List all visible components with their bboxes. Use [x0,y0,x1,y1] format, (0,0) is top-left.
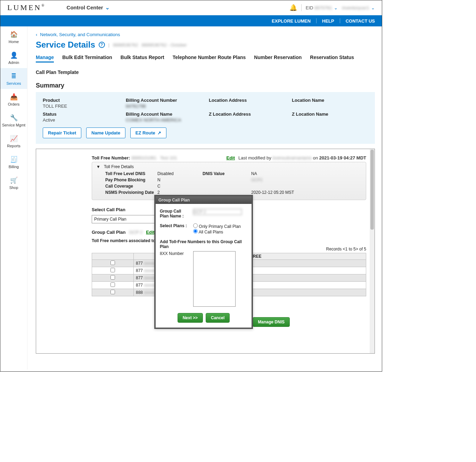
logo: LUMEN® [7,3,46,12]
collapse-toggle-icon[interactable]: ▼ [96,164,100,169]
nav-icon: 🛒 [2,176,26,184]
user-dropdown[interactable]: inventoryusr1 ⌄ [342,5,375,10]
nav-icon: 📥 [2,93,26,101]
tab-manage[interactable]: Manage [36,55,54,63]
tab-reservation-status[interactable]: Reservation Status [310,55,354,63]
only-primary-radio[interactable]: Only Primary Call Plan [193,223,241,229]
8xx-number-label: 8XX Number [160,251,190,307]
repair-ticket-button[interactable]: Repair Ticket [43,127,81,138]
page-meta: 8889536762 [113,42,138,48]
summary-title: Summary [36,82,375,89]
help-icon[interactable]: ? [99,42,105,48]
sidebar-item-orders[interactable]: 📥Orders [0,89,27,110]
toll-free-number-label: Toll Free Number: [92,155,130,160]
ez-route-button[interactable]: EZ Route↗ [130,127,166,138]
page-title: Service Details [36,40,95,50]
sidebar-item-shop[interactable]: 🛒Shop [0,172,27,193]
gcp-name-label: Group Call Plan Name : [160,209,190,218]
nav-icon: 🏠 [2,31,26,38]
sidebar-item-service-mgmt[interactable]: 🔧Service Mgmt [0,110,27,131]
modal-title: Group Call Plan [156,196,252,204]
summary-panel: ProductTOLL FREE Billing Account Number8… [36,92,375,144]
contact-us-link[interactable]: CONTACT US [346,18,375,24]
tab-bulk-status-report[interactable]: Bulk Status Report [121,55,164,63]
tab-call-plan-template[interactable]: Call Plan Template [36,69,79,76]
name-update-button[interactable]: Name Update [86,127,125,138]
sidebar: 🏠Home👤Admin≣Services📥Orders🔧Service Mgmt… [0,26,27,370]
external-link-icon: ↗ [157,130,161,135]
sidebar-item-billing[interactable]: 🧾Billing [0,151,27,172]
page-meta: 8889536762 - October [141,42,187,48]
divider [301,4,302,11]
next-button[interactable]: Next >> [178,313,203,323]
edit-group-call-plan-link[interactable]: Edit [146,230,155,235]
control-center-dropdown[interactable]: Control Center ⌄ [67,5,110,11]
all-call-plans-radio[interactable]: All Call Plans [193,229,241,234]
edit-toll-free-link[interactable]: Edit [227,155,235,160]
select-plans-label: Select Plans : [160,223,190,234]
chevron-down-icon: ⌄ [105,5,110,10]
help-link[interactable]: HELP [322,18,334,24]
tab-telephone-number-route-plans[interactable]: Telephone Number Route Plans [173,55,246,63]
group-call-plan-modal: Group Call Plan Group Call Plan Name : S… [154,195,253,329]
tab-bulk-edit-termination[interactable]: Bulk Edit Termination [62,55,112,63]
gcp-name-input[interactable] [193,209,242,215]
sidebar-item-services[interactable]: ≣Services [0,68,27,89]
row-checkbox[interactable] [110,261,115,265]
nav-icon: 🧾 [2,156,26,163]
row-checkbox[interactable] [110,268,115,272]
scrollbar[interactable] [370,149,375,353]
chevron-down-icon: ⌄ [371,5,375,10]
sidebar-item-home[interactable]: 🏠Home [0,26,27,47]
manage-dnis-button[interactable]: Manage DNIS [253,317,290,327]
sidebar-item-admin[interactable]: 👤Admin [0,47,27,68]
sidebar-item-reports[interactable]: 📈Reports [0,131,27,151]
add-numbers-heading: Add Toll-Free Numbers to this Group Call… [160,239,247,249]
breadcrumb[interactable]: ‹ Network, Security, and Communications [36,32,375,37]
top-bar: LUMEN® Control Center ⌄ 🔔 EID 8870781 ⌄ … [0,0,382,15]
8xx-number-textarea[interactable] [193,251,236,307]
nav-icon: 👤 [2,51,26,59]
secondary-nav: EXPLORE LUMEN HELP CONTACT US [0,15,382,26]
cancel-button[interactable]: Cancel [206,313,230,323]
toll-free-details-card: ▼ Toll Free Details Toll Free Level DNIS… [92,162,366,200]
chevron-down-icon: ⌄ [334,5,338,10]
tab-number-reservation[interactable]: Number Reservation [254,55,302,63]
nav-icon: 📈 [2,135,26,142]
explore-lumen-link[interactable]: EXPLORE LUMEN [272,18,311,24]
back-icon: ‹ [36,32,37,37]
nav-icon: 🔧 [2,114,26,122]
row-checkbox[interactable] [110,282,115,287]
bell-icon[interactable]: 🔔 [289,4,297,11]
nav-icon: ≣ [2,72,26,80]
eid-dropdown[interactable]: EID 8870781 ⌄ [306,5,338,10]
row-checkbox[interactable] [110,290,115,294]
row-checkbox[interactable] [110,275,115,280]
group-call-plan-label: Group Call Plan [92,230,126,235]
tab-bar: ManageBulk Edit TerminationBulk Status R… [36,55,375,76]
